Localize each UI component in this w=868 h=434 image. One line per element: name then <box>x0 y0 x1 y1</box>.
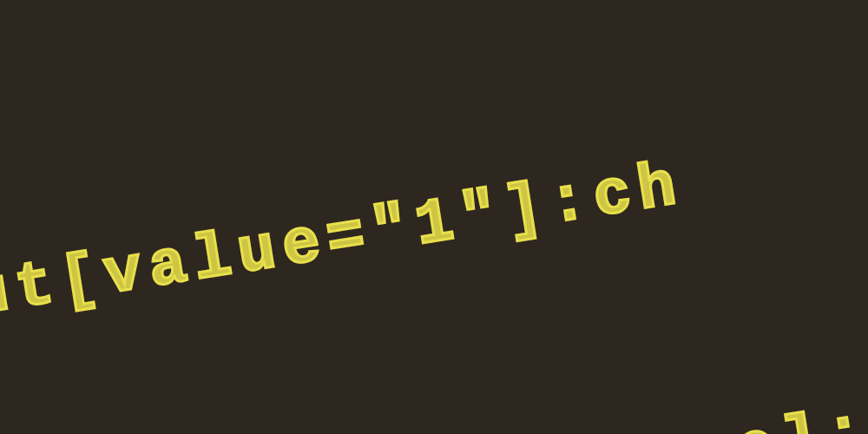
code-line-2: cked ~ * [data-scene]: <box>0 385 868 434</box>
code-line-1: input[value="1"]:ch <box>0 117 836 364</box>
css-code-block: input[value="1"]:ch cked ~ * [data-scene… <box>0 0 868 434</box>
code-snippet-graphic: input[value="1"]:ch cked ~ * [data-scene… <box>0 0 868 434</box>
